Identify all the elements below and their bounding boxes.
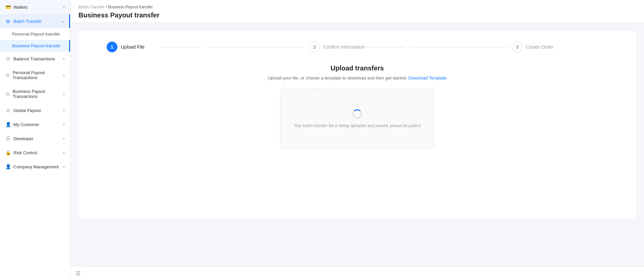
sidebar-subitem-personal-payout-transfer[interactable]: Personal Payout transfer (0, 28, 70, 40)
chevron-down-icon: ▾ (63, 151, 65, 155)
personal-payout-transactions-icon: ⊙ (5, 72, 10, 78)
chevron-down-icon: ▾ (63, 109, 65, 112)
step-1-label: Upload File (121, 44, 145, 50)
business-payout-transactions-icon: ⊙ (5, 91, 10, 97)
chevron-down-icon: ▾ (63, 137, 65, 141)
step-1-circle: 1 (107, 42, 117, 52)
step-1-number: 1 (111, 44, 113, 50)
chevron-up-icon: ▴ (62, 19, 64, 23)
sidebar: 💳 Wallets ▾ ⊞ Batch Transfer ▴ Personal … (0, 0, 70, 280)
sidebar-item-business-payout-transactions-label: Business Payout Transactions (13, 89, 63, 99)
wallets-icon: 💳 (5, 4, 11, 10)
upload-description: Upload your file, or choose a template t… (87, 75, 628, 80)
sidebar-item-my-customer[interactable]: 👤 My Customer ▾ (0, 117, 70, 131)
sidebar-item-wallets[interactable]: 💳 Wallets ▾ (0, 0, 70, 14)
step-confirm-information: 2 Confirm Information (309, 42, 405, 52)
step-3-number: 3 (516, 44, 519, 50)
step-3-circle: 3 (512, 42, 523, 52)
sidebar-item-risk-control[interactable]: 🔒 Risk Control ▾ (0, 146, 70, 160)
batch-transfer-icon: ⊞ (5, 18, 11, 24)
step-2-label: Confirm Information (323, 44, 365, 50)
breadcrumb-parent[interactable]: Batch Transfer (78, 5, 105, 9)
main-content: Batch Transfer / Business Payout transfe… (70, 0, 644, 280)
sidebar-subitem-business-payout-transfer[interactable]: Business Payout transfer (0, 40, 70, 52)
sidebar-item-company-management[interactable]: 👤 Company Management ▾ (0, 160, 70, 174)
content-area: 1 Upload File 2 Confirm Information 3 (70, 23, 644, 267)
personal-payout-transfer-label: Personal Payout transfer (12, 32, 60, 37)
balance-transactions-icon: ⊙ (5, 56, 11, 61)
step-upload-file: 1 Upload File (107, 42, 203, 52)
sidebar-item-company-management-label: Company Management (13, 164, 59, 169)
sidebar-item-my-customer-label: My Customer (13, 122, 39, 127)
sidebar-item-developer-label: Developer (13, 136, 33, 141)
business-payout-transfer-label: Business Payout transfer (12, 43, 61, 48)
upload-hint-text: Your batch transfer file is being upload… (294, 123, 421, 128)
step-2-circle: 2 (309, 42, 320, 52)
sidebar-item-business-payout-transactions[interactable]: ⊙ Business Payout Transactions ▾ (0, 85, 70, 103)
sidebar-item-global-payout[interactable]: ⊙ Global Payout ▾ (0, 103, 70, 117)
download-template-link[interactable]: Download Template (409, 75, 447, 80)
chevron-down-icon: ▾ (63, 57, 65, 61)
step-connector-2 (411, 47, 506, 47)
sidebar-item-balance-transactions-label: Balance Transactions (13, 56, 55, 61)
page-title: Business Payout transfer (78, 11, 636, 19)
developer-icon: ☰ (5, 136, 11, 141)
bottom-bar: ☰ (70, 267, 644, 280)
upload-dropzone[interactable]: Your batch transfer file is being upload… (280, 89, 434, 149)
chevron-down-icon: ▾ (63, 92, 65, 96)
risk-control-icon: 🔒 (5, 150, 11, 155)
sidebar-item-batch-transfer[interactable]: ⊞ Batch Transfer ▴ (0, 14, 70, 28)
my-customer-icon: 👤 (5, 122, 11, 127)
sidebar-item-developer[interactable]: ☰ Developer ▾ (0, 131, 70, 146)
upload-title: Upload transfers (87, 64, 628, 72)
chevron-down-icon: ▾ (63, 165, 65, 169)
upload-desc-text: Upload your file, or choose a template t… (268, 75, 407, 80)
sidebar-item-personal-payout-transactions-label: Personal Payout Transactions (13, 70, 63, 80)
step-2-number: 2 (313, 44, 316, 50)
bottom-menu-icon[interactable]: ☰ (76, 270, 80, 277)
steps-bar: 1 Upload File 2 Confirm Information 3 (87, 42, 628, 52)
breadcrumb-current: Business Payout transfer (108, 5, 153, 9)
chevron-down-icon: ▾ (63, 73, 65, 77)
step-create-order: 3 Create Order (512, 42, 608, 52)
breadcrumb-separator: / (106, 5, 107, 9)
chevron-down-icon: ▾ (63, 5, 65, 9)
sidebar-item-wallets-label: Wallets (13, 5, 28, 10)
upload-section: Upload transfers Upload your file, or ch… (87, 64, 628, 149)
page-header: Batch Transfer / Business Payout transfe… (70, 0, 644, 23)
white-card: 1 Upload File 2 Confirm Information 3 (78, 31, 636, 219)
chevron-down-icon: ▾ (63, 123, 65, 126)
step-3-label: Create Order (526, 44, 553, 50)
breadcrumb: Batch Transfer / Business Payout transfe… (78, 5, 636, 9)
loading-spinner (353, 109, 362, 119)
sidebar-item-personal-payout-transactions[interactable]: ⊙ Personal Payout Transactions ▾ (0, 66, 70, 85)
sidebar-item-batch-transfer-label: Batch Transfer (13, 19, 42, 24)
sidebar-item-global-payout-label: Global Payout (13, 108, 41, 113)
step-connector-1 (208, 47, 304, 47)
sidebar-item-risk-control-label: Risk Control (13, 150, 37, 155)
company-management-icon: 👤 (5, 164, 11, 169)
sidebar-item-balance-transactions[interactable]: ⊙ Balance Transactions ▾ (0, 52, 70, 66)
global-payout-icon: ⊙ (5, 108, 11, 113)
